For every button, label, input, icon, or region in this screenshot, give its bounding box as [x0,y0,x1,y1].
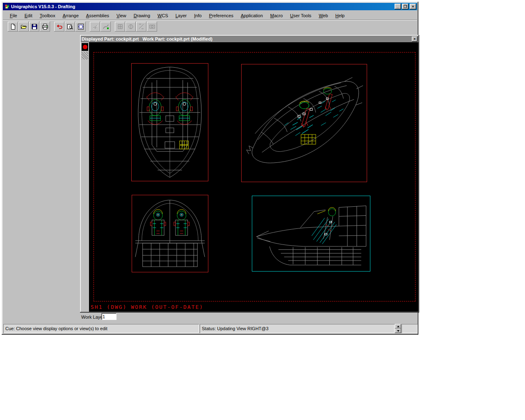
graphics-window-title: Displayed Part: cockpit.prt Work Part: c… [82,37,412,41]
grid-icon [117,23,123,30]
down-arrow-icon [397,330,399,332]
menu-macro[interactable]: Macro [267,12,287,19]
toolbar [3,20,417,33]
save-button[interactable] [29,22,39,32]
work-layer-label: Work Layer [81,315,104,320]
trim-icon [138,23,145,30]
print-button[interactable] [40,22,50,32]
print-icon [42,23,48,30]
menu-view[interactable]: View [113,12,130,19]
stop-icon [83,45,87,49]
menu-drawing[interactable]: Drawing [130,12,154,19]
fit-view-icon [78,23,84,30]
view-top[interactable] [131,63,208,181]
sheet-status-label: SH1 (DWG) WORK (OUT-OF-DATE) [91,304,203,310]
circle-tool-button[interactable] [126,22,136,32]
curve-icon [103,23,109,30]
minimize-button[interactable]: _ [395,4,401,9]
spin-down-button[interactable] [395,329,401,333]
menu-preferences[interactable]: Preferences [205,12,237,19]
front-view-drawing [132,195,208,272]
save-icon [31,23,38,30]
drawing-canvas[interactable]: SH1 (DWG) WORK (OUT-OF-DATE) [89,42,418,312]
graphics-side-strip [81,42,89,312]
trim-tool-button[interactable] [136,22,146,32]
menu-toolbox[interactable]: Toolbox [36,12,59,19]
right-view-drawing [252,196,370,271]
plane-tool-button[interactable] [90,22,100,32]
curve-tool-button[interactable] [100,22,111,32]
menu-help[interactable]: Help [332,12,349,19]
cue-text: Cue: Choose view display options or view… [5,326,107,331]
menu-layer[interactable]: Layer [172,12,191,19]
toolbar-separator [50,26,54,27]
interrupt-button[interactable] [82,43,88,51]
window-title: Unigraphics V15.0.3 - Drafting [11,4,394,9]
menu-user-tools[interactable]: User Tools [286,12,315,19]
hatch-handle[interactable] [82,52,88,59]
menu-file[interactable]: File [6,12,21,19]
view-right[interactable] [252,196,370,272]
camera-icon [149,23,155,30]
zoom-view-button[interactable] [65,22,75,32]
menu-application[interactable]: Application [237,12,267,19]
toolbar-separator [111,26,115,27]
fit-view-button[interactable] [75,22,86,32]
up-arrow-icon [397,326,399,327]
menu-assemblies[interactable]: Assemblies [82,12,113,19]
new-part-icon [10,23,16,30]
graphics-window: Displayed Part: cockpit.prt Work Part: c… [80,35,419,313]
desktop: Unigraphics V15.0.3 - Drafting _ ❐ × Fil… [0,0,525,420]
view-front[interactable] [132,195,208,272]
graphics-window-titlebar: Displayed Part: cockpit.prt Work Part: c… [81,36,418,42]
graphics-window-close-button[interactable]: × [412,37,418,42]
plane-icon [92,23,98,30]
new-part-button[interactable] [8,22,18,32]
zoom-view-icon [67,23,73,30]
menu-web[interactable]: Web [315,12,331,19]
spin-up-button[interactable] [395,324,401,329]
app-titlebar: Unigraphics V15.0.3 - Drafting _ ❐ × [3,3,417,10]
undo-button[interactable] [54,22,64,32]
close-button[interactable]: × [410,4,416,9]
circle-icon [128,23,134,30]
view-isometric[interactable] [241,64,367,182]
graphics-window-body: SH1 (DWG) WORK (OUT-OF-DATE) [81,42,418,312]
grid-tool-button[interactable] [115,22,125,32]
menubar: File Edit Toolbox Arrange Assemblies Vie… [3,11,417,20]
toolbar-separator [86,26,90,27]
status-text: Status: Updating View RIGHT@3 [202,326,269,331]
status-extra-panel [402,324,418,333]
menu-arrange[interactable]: Arrange [59,12,82,19]
work-layer-input[interactable] [101,313,116,320]
isometric-view-drawing [242,64,367,182]
menu-edit[interactable]: Edit [21,12,36,19]
app-icon [4,4,10,9]
status-spinner [395,324,401,333]
top-view-drawing [132,64,208,181]
undo-icon [56,23,63,30]
maximize-button[interactable]: ❐ [402,4,409,9]
open-icon [21,23,27,30]
menu-wcs[interactable]: WCS [154,12,172,19]
window-controls: _ ❐ × [394,4,416,9]
status-panel: Status: Updating View RIGHT@3 [200,324,395,333]
open-button[interactable] [18,22,29,32]
menu-info[interactable]: Info [190,12,205,19]
camera-tool-button[interactable] [147,22,157,32]
app-window: Unigraphics V15.0.3 - Drafting _ ❐ × Fil… [2,2,418,335]
cue-panel: Cue: Choose view display options or view… [3,324,199,333]
